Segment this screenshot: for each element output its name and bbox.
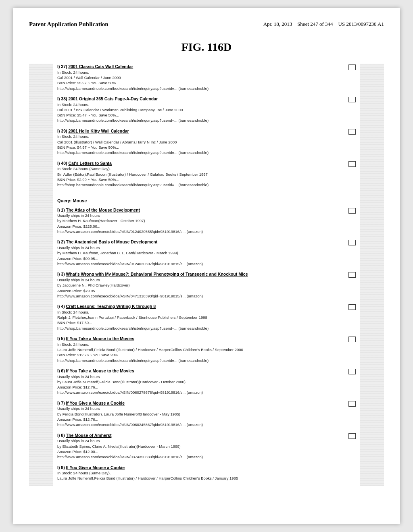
cat-item-2: I) 38) 2001 Original 365 Cats Page-A-Day…	[57, 96, 356, 123]
cat-item-details-3: In Stock: 24 hours. Cal 2001 (Illustrato…	[57, 134, 345, 155]
content-area: I) 37) 2001 Classic Cats Wall CalendarIn…	[29, 64, 384, 486]
mouse-item-details-2: Usually ships in 24 hours by Matthew H. …	[57, 245, 345, 266]
cat-item-checkbox-1[interactable]	[348, 64, 356, 70]
cat-item-title-4: I) 40) Cat's Letters to Santa	[57, 160, 345, 166]
mouse-item-checkbox-4[interactable]	[348, 304, 356, 310]
mouse-item-title-5: I) 5) If You Take a Mouse to the Movies	[57, 336, 345, 342]
cat-item-3: I) 39) 2001 Hello Kitty Wall CalendarIn …	[57, 128, 356, 156]
mouse-item-details-3: Usually ships in 24 hours by Jacqueline …	[57, 277, 345, 299]
cat-item-text-1: I) 37) 2001 Classic Cats Wall CalendarIn…	[57, 64, 345, 91]
cat-item-title-2: I) 38) 2001 Original 365 Cats Page-A-Day…	[57, 96, 345, 102]
header-left: Patent Application Publication	[29, 20, 108, 29]
mouse-item-checkbox-8[interactable]	[348, 433, 356, 439]
mouse-item-text-4: I) 4) Craft Lessons: Teaching Writing K …	[57, 303, 345, 331]
mouse-item-details-7: Usually ships in 24 hours by Felicia Bon…	[57, 406, 345, 427]
mouse-item-title-8: I) 8) The Mouse of Amherst	[57, 432, 345, 438]
query-mouse-label: Query: Mouse	[57, 198, 356, 203]
mouse-item-details-1: Usually ships in 24 hours by Matthew H. …	[57, 213, 345, 234]
cat-item-text-2: I) 38) 2001 Original 365 Cats Page-A-Day…	[57, 96, 345, 123]
main-content: I) 37) 2001 Classic Cats Wall CalendarIn…	[53, 64, 360, 486]
cat-item-text-4: I) 40) Cat's Letters to SantaIn Stock: 2…	[57, 160, 345, 188]
mouse-item-8: I) 8) The Mouse of AmherstUsually ships …	[57, 432, 356, 460]
cats-section: I) 37) 2001 Classic Cats Wall CalendarIn…	[57, 64, 356, 193]
mouse-item-7: I) 7) If You Give a Mouse a CookieUsuall…	[57, 400, 356, 428]
cat-item-title-1: I) 37) 2001 Classic Cats Wall Calendar	[57, 64, 345, 70]
page: Patent Application Publication Apr. 18, …	[13, 8, 400, 524]
header-right: Apr. 18, 2013 Sheet 247 of 344 US 2013/0…	[263, 20, 384, 29]
cat-item-1: I) 37) 2001 Classic Cats Wall CalendarIn…	[57, 64, 356, 91]
mouse-item-text-7: I) 7) If You Give a Mouse a CookieUsuall…	[57, 400, 345, 428]
mouse-item-title-2: I) 2) The Anatomical Basis of Mouse Deve…	[57, 239, 345, 245]
patent-label: Patent Application Publication	[29, 21, 108, 27]
mouse-item-checkbox-6[interactable]	[348, 369, 356, 374]
mouse-item-text-8: I) 8) The Mouse of AmherstUsually ships …	[57, 432, 345, 460]
mouse-item-details-5: In Stock: 24 hours. Laura Joffe Numeroff…	[57, 342, 345, 363]
mouse-item-title-6: I) 6) If You Take a Mouse to the Movies	[57, 368, 345, 374]
mouse-item-checkbox-2[interactable]	[348, 240, 356, 245]
mouse-item-4: I) 4) Craft Lessons: Teaching Writing K …	[57, 303, 356, 331]
mouse-item-title-9: I) 9) If You Give a Mouse a Cookie	[57, 465, 356, 471]
mouse-item-6: I) 6) If You Take a Mouse to the MoviesU…	[57, 368, 356, 395]
mouse-item-text-1: I) 1) The Atlas of the Mouse Development…	[57, 207, 345, 235]
cat-item-details-4: In Stock: 24 hours (Same Day). Bill Adle…	[57, 166, 345, 187]
mouse-item-text-3: I) 3) What's Wrong with My Mouse?: Behav…	[57, 271, 345, 299]
mouse-item-checkbox-1[interactable]	[348, 208, 356, 214]
mouse-item-checkbox-3[interactable]	[348, 272, 356, 278]
mouse-item-3: I) 3) What's Wrong with My Mouse?: Behav…	[57, 271, 356, 299]
cat-item-details-2: In Stock: 24 hours. Cal 2001 / Box Calen…	[57, 102, 345, 123]
mouse-item-title-7: I) 7) If You Give a Mouse a Cookie	[57, 400, 345, 406]
mouse-item-details-6: Usually ships in 24 hours by Laura Joffe…	[57, 374, 345, 395]
mouse-item-details-4: In Stock: 24 hours. Ralph J. Fletcher,Jo…	[57, 310, 345, 331]
fig-title: FIG. 116D	[29, 41, 384, 54]
mouse-item-checkbox-7[interactable]	[348, 401, 356, 407]
mouse-item-title-3: I) 3) What's Wrong with My Mouse?: Behav…	[57, 271, 345, 277]
cat-item-details-1: In Stock: 24 hours. Cal 2001 / Wall Cale…	[57, 70, 345, 91]
mouse-item-details-9: In Stock: 24 hours (Same Day). Laura Jof…	[57, 470, 356, 481]
mouse-item-1: I) 1) The Atlas of the Mouse Development…	[57, 207, 356, 235]
sheet-label: Sheet 247 of 344	[297, 21, 333, 27]
mouse-item-text-6: I) 6) If You Take a Mouse to the MoviesU…	[57, 368, 345, 395]
cat-item-checkbox-4[interactable]	[348, 161, 356, 167]
cat-item-checkbox-3[interactable]	[348, 129, 356, 135]
date-label: Apr. 18, 2013	[263, 21, 292, 27]
mouse-item-text-5: I) 5) If You Take a Mouse to the MoviesI…	[57, 336, 345, 363]
mouse-item-details-8: Usually ships in 24 hours by Elizabeth S…	[57, 438, 345, 459]
mouse-item-2: I) 2) The Anatomical Basis of Mouse Deve…	[57, 239, 356, 266]
mouse-item-title-4: I) 4) Craft Lessons: Teaching Writing K …	[57, 303, 345, 310]
patent-number: US 2013/0097230 A1	[338, 21, 384, 27]
cat-item-4: I) 40) Cat's Letters to SantaIn Stock: 2…	[57, 160, 356, 188]
mouse-section: I) 1) The Atlas of the Mouse Development…	[57, 207, 356, 486]
mouse-item-checkbox-5[interactable]	[348, 337, 356, 342]
mouse-item-5: I) 5) If You Take a Mouse to the MoviesI…	[57, 336, 356, 363]
left-sidebar-decoration	[29, 64, 53, 486]
cat-item-text-3: I) 39) 2001 Hello Kitty Wall CalendarIn …	[57, 128, 345, 156]
mouse-item-text-2: I) 2) The Anatomical Basis of Mouse Deve…	[57, 239, 345, 266]
mouse-item-9: I) 9) If You Give a Mouse a CookieIn Sto…	[57, 465, 356, 481]
mouse-item-text-9: I) 9) If You Give a Mouse a CookieIn Sto…	[57, 465, 356, 481]
cat-item-title-3: I) 39) 2001 Hello Kitty Wall Calendar	[57, 128, 345, 134]
cat-item-checkbox-2[interactable]	[348, 97, 356, 102]
header: Patent Application Publication Apr. 18, …	[29, 20, 384, 29]
mouse-item-title-1: I) 1) The Atlas of the Mouse Development	[57, 207, 345, 213]
right-sidebar-decoration	[360, 64, 384, 486]
